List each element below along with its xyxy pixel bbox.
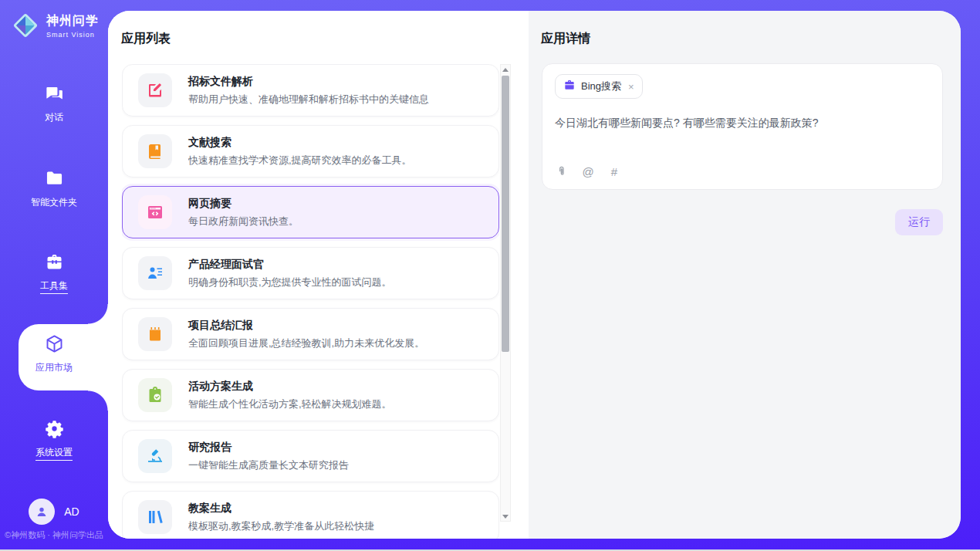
sidebar-item-label: 对话 <box>45 111 63 124</box>
hash-icon[interactable]: # <box>607 164 621 178</box>
user-name: AD <box>64 505 79 518</box>
edit-document-icon <box>138 73 172 107</box>
sidebar-item-label: 工具集 <box>40 279 68 294</box>
copyright-footer: ©神州数码 · 神州问学出品 <box>0 529 108 541</box>
app-title: 教案生成 <box>188 502 374 516</box>
cube-icon <box>44 333 65 354</box>
composer-toolbar: @ # <box>555 164 930 178</box>
app-description: 快速精准查找学术资源,提高研究效率的必备工具。 <box>188 154 412 167</box>
scrollbar-down-button[interactable] <box>501 512 510 521</box>
app-list-item[interactable]: 网页摘要每日政府新闻资讯快查。 <box>122 186 499 238</box>
sidebar-item-label: 系统设置 <box>35 446 73 461</box>
user-row[interactable]: AD <box>0 499 108 525</box>
app-detail-title: 应用详情 <box>541 31 590 47</box>
prompt-card: Bing搜索 × 今日湖北有哪些新闻要点? 有哪些需要关注的最新政策? @ # <box>542 63 943 190</box>
prompt-input[interactable]: 今日湖北有哪些新闻要点? 有哪些需要关注的最新政策? <box>555 117 930 164</box>
app-window: 神州问学 Smart Vision 对话智能文件夹工具集应用市场系统设置 AD … <box>0 0 980 549</box>
user-avatar-icon <box>29 499 55 525</box>
app-list-item[interactable]: 产品经理面试官明确身份和职责,为您提供专业性的面试问题。 <box>122 247 499 299</box>
app-title: 产品经理面试官 <box>188 258 392 272</box>
list-scrollbar[interactable] <box>500 64 511 522</box>
paperclip-icon[interactable] <box>555 164 569 178</box>
app-list-item[interactable]: 教案生成模板驱动,教案秒成,教学准备从此轻松快捷 <box>122 491 499 539</box>
sidebar-item-应用市场[interactable]: 应用市场 <box>0 333 108 374</box>
brand-name: 神州问学 <box>46 13 99 29</box>
scroll-up-icon <box>502 68 509 72</box>
app-description: 明确身份和职责,为您提供专业性的面试问题。 <box>188 276 392 289</box>
sidebar: 神州问学 Smart Vision 对话智能文件夹工具集应用市场系统设置 AD … <box>0 0 108 551</box>
diamond-logo-icon <box>11 11 40 40</box>
gear-icon <box>44 418 65 439</box>
app-list-item[interactable]: 活动方案生成智能生成个性化活动方案,轻松解决规划难题。 <box>122 369 499 421</box>
app-title: 项目总结汇报 <box>188 319 424 333</box>
app-list-item[interactable]: 项目总结汇报全面回顾项目进展,总结经验教训,助力未来优化发展。 <box>122 308 499 360</box>
app-list-item[interactable]: 研究报告一键智能生成高质量长文本研究报告 <box>122 430 499 482</box>
app-list-item[interactable]: 招标文件解析帮助用户快速、准确地理解和解析招标书中的关键信息 <box>122 64 499 117</box>
microscope-icon <box>138 439 172 473</box>
briefcase-icon <box>563 79 576 94</box>
clipboard-check-icon <box>138 378 172 412</box>
book-icon <box>138 134 172 168</box>
sidebar-item-对话[interactable]: 对话 <box>0 83 108 124</box>
tool-chip-label: Bing搜索 <box>581 79 621 93</box>
app-title: 网页摘要 <box>188 197 299 211</box>
books-icon <box>138 500 172 534</box>
close-icon[interactable]: × <box>628 82 634 92</box>
run-row: 运行 <box>542 209 943 235</box>
app-description: 每日政府新闻资讯快查。 <box>188 215 299 228</box>
brand-subtitle: Smart Vision <box>46 31 99 39</box>
app-title: 研究报告 <box>188 441 349 455</box>
sidebar-item-智能文件夹[interactable]: 智能文件夹 <box>0 168 108 209</box>
app-description: 一键智能生成高质量长文本研究报告 <box>188 458 349 472</box>
app-description: 模板驱动,教案秒成,教学准备从此轻松快捷 <box>188 519 374 533</box>
tool-chip-bing-search[interactable]: Bing搜索 × <box>555 74 643 99</box>
app-list-item[interactable]: 文献搜索快速精准查找学术资源,提高研究效率的必备工具。 <box>122 125 499 177</box>
interviewer-icon <box>138 256 172 290</box>
toolbox-icon <box>44 252 65 272</box>
folder-icon <box>44 168 65 189</box>
scrollbar-thumb[interactable] <box>502 76 509 352</box>
scrollbar-up-button[interactable] <box>501 65 510 74</box>
app-description: 智能生成个性化活动方案,轻松解决规划难题。 <box>188 397 392 411</box>
run-button[interactable]: 运行 <box>895 209 943 235</box>
app-detail-panel: 应用详情 Bing搜索 × 今日湖北有哪些新闻要点? 有哪些需要关注的最新政策?… <box>529 11 961 539</box>
app-description: 帮助用户快速、准确地理解和解析招标书中的关键信息 <box>188 93 429 106</box>
app-list-title: 应用列表 <box>121 31 171 47</box>
main-content: 应用列表 招标文件解析帮助用户快速、准确地理解和解析招标书中的关键信息文献搜索快… <box>108 11 961 539</box>
app-title: 活动方案生成 <box>188 380 392 394</box>
scroll-down-icon <box>502 515 509 519</box>
chat-icon <box>44 83 65 104</box>
mention-icon[interactable]: @ <box>581 164 595 178</box>
app-title: 招标文件解析 <box>188 75 429 89</box>
sidebar-item-label: 应用市场 <box>35 361 73 374</box>
sidebar-item-工具集[interactable]: 工具集 <box>0 252 108 294</box>
sidebar-item-系统设置[interactable]: 系统设置 <box>0 418 108 461</box>
app-description: 全面回顾项目进展,总结经验教训,助力未来优化发展。 <box>188 336 424 350</box>
app-title: 文献搜索 <box>188 136 412 150</box>
brand: 神州问学 Smart Vision <box>11 11 99 40</box>
browser-code-icon <box>138 195 172 229</box>
sidebar-item-label: 智能文件夹 <box>31 196 77 209</box>
notepad-icon <box>138 317 172 351</box>
app-list: 招标文件解析帮助用户快速、准确地理解和解析招标书中的关键信息文献搜索快速精准查找… <box>122 64 499 539</box>
app-list-panel: 应用列表 招标文件解析帮助用户快速、准确地理解和解析招标书中的关键信息文献搜索快… <box>108 11 529 539</box>
